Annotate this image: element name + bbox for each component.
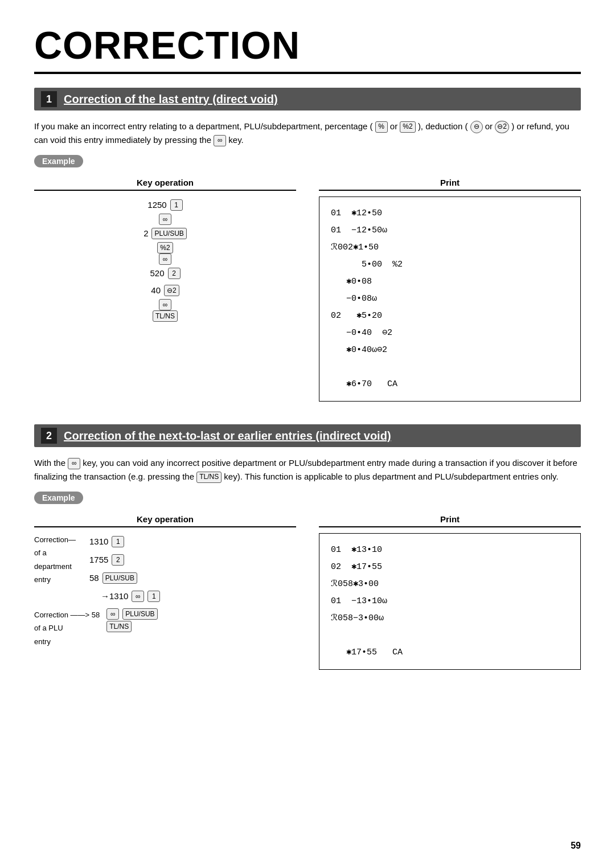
key-pct2: %2 xyxy=(157,242,173,253)
section1-header: 1 Correction of the last entry (direct v… xyxy=(34,88,581,110)
key-inf-1: ∞ xyxy=(159,214,171,225)
s2-key-2: 2 xyxy=(112,554,124,566)
key-row-7: 40 ⊖2 xyxy=(151,282,179,299)
key-row-1: 1250 1 xyxy=(147,196,182,214)
minus-key: ⊖ xyxy=(470,121,483,133)
section1-keyop: Key operation 1250 1 ∞ 2 PLU/SUB % xyxy=(34,178,296,402)
section1-print-box: 01 ✱12•50 01 −12•50ω ℛ002✱1•50 5•00 %2 ✱… xyxy=(319,196,581,402)
section1-title: Correction of the last entry (direct voi… xyxy=(64,93,278,106)
key-1: 1 xyxy=(170,199,183,211)
print-line: 02 ✱5•20 xyxy=(331,308,569,325)
key-row-6: 520 2 xyxy=(150,265,180,282)
key-row-8: ∞ xyxy=(159,299,171,310)
section2-keyop-detail: Correction—of adepartmententry 1310 1 17… xyxy=(34,533,296,648)
s2-key-tlns: TL/NS xyxy=(106,621,132,632)
section1-print-header: Print xyxy=(319,178,581,191)
section1-example-area: Key operation 1250 1 ∞ 2 PLU/SUB % xyxy=(34,178,581,402)
s2-key-row-1: 1310 1 xyxy=(89,533,160,550)
key-inf-2: ∞ xyxy=(159,253,171,265)
section2-print: Print 01 ✱13•10 02 ✱17•55 ℛ058✱3•00 01 −… xyxy=(319,514,581,670)
section2-keyop: Key operation Correction—of adepartmente… xyxy=(34,514,296,670)
print-line: ✱0•08 xyxy=(331,273,569,290)
section2-title: Correction of the next-to-last or earlie… xyxy=(64,429,391,443)
key-row-4: %2 xyxy=(157,242,173,253)
section2-body: With the ∞ key, you can void any incorre… xyxy=(34,456,581,484)
pct2-key: %2 xyxy=(400,121,415,133)
minus2-key: ⊖2 xyxy=(495,121,509,133)
print-line: ✱0•40ω⊖2 xyxy=(331,342,569,359)
section2-print-box: 01 ✱13•10 02 ✱17•55 ℛ058✱3•00 01 −13•10ω… xyxy=(319,533,581,670)
print-line: −0•40 ⊖2 xyxy=(331,325,569,342)
print-line xyxy=(331,359,569,376)
section1-example-tag: Example xyxy=(34,155,83,167)
s2-key-1b: 1 xyxy=(147,591,160,602)
correction2-keys: ∞ PLU/SUB TL/NS xyxy=(106,608,157,632)
print-line: ℛ002✱1•50 xyxy=(331,239,569,256)
print-line: −0•08ω xyxy=(331,290,569,308)
s2-key-row-5: ∞ PLU/SUB xyxy=(106,608,157,620)
s2-key-row-4: →1310 ∞ 1 xyxy=(89,588,160,605)
s2-print-line: ℛ058✱3•00 xyxy=(331,576,569,593)
section1-print: Print 01 ✱12•50 01 −12•50ω ℛ002✱1•50 5•0… xyxy=(319,178,581,402)
inf-key: ∞ xyxy=(214,135,226,146)
s2-print-line: 01 ✱13•10 xyxy=(331,542,569,559)
page-title: CORRECTION xyxy=(34,23,581,74)
key-2: 2 xyxy=(168,268,181,279)
sec2-inf-key: ∞ xyxy=(68,458,80,469)
key-row-9: TL/NS xyxy=(153,310,178,322)
key-tlns-1: TL/NS xyxy=(153,310,178,322)
section2-example-area: Key operation Correction—of adepartmente… xyxy=(34,514,581,670)
correction1-keys: 1310 1 1755 2 58 PLU/SUB →1310 xyxy=(89,533,160,605)
s2-key-plusub: PLU/SUB xyxy=(102,572,137,584)
sec2-tlns-key: TL/NS xyxy=(196,472,222,483)
page-number: 59 xyxy=(571,841,581,851)
section2-header: 2 Correction of the next-to-last or earl… xyxy=(34,424,581,447)
s2-key-row-6: TL/NS xyxy=(106,621,157,632)
s2-print-line xyxy=(331,627,569,644)
section1-number: 1 xyxy=(41,91,57,107)
s2-key-inf: ∞ xyxy=(132,591,144,602)
print-line: 01 ✱12•50 xyxy=(331,205,569,222)
print-line: ✱6•70 CA xyxy=(331,376,569,393)
key-inf-3: ∞ xyxy=(159,299,171,310)
s2-key-plusub-2: PLU/SUB xyxy=(122,608,157,620)
key-plusub-1: PLU/SUB xyxy=(151,228,186,239)
key-row-5: ∞ xyxy=(159,253,171,265)
s2-key-row-2: 1755 2 xyxy=(89,551,160,568)
section1-keyop-lines: 1250 1 ∞ 2 PLU/SUB %2 ∞ xyxy=(34,196,296,322)
s2-key-row-3: 58 PLU/SUB xyxy=(89,570,160,587)
section1: 1 Correction of the last entry (direct v… xyxy=(34,88,581,402)
section1-keyop-header: Key operation xyxy=(34,178,296,191)
print-line: 5•00 %2 xyxy=(331,256,569,273)
correction2-label: Correction ——> 58of a PLUentry xyxy=(34,608,100,648)
print-line: 01 −12•50ω xyxy=(331,222,569,239)
key-minus2: ⊖2 xyxy=(164,285,179,296)
section1-body: If you make an incorrect entry relating … xyxy=(34,120,581,147)
s2-print-line: ℛ058−3•00ω xyxy=(331,610,569,627)
section2-print-header: Print xyxy=(319,514,581,527)
correction1-label: Correction—of adepartmententry xyxy=(34,533,83,587)
s2-key-1: 1 xyxy=(112,536,124,547)
s2-print-line: ✱17•55 CA xyxy=(331,644,569,661)
s2-key-inf-2: ∞ xyxy=(106,608,119,620)
pct-key: % xyxy=(375,121,388,133)
s2-print-line: 01 −13•10ω xyxy=(331,593,569,610)
section2-keyop-header: Key operation xyxy=(34,514,296,527)
key-row-2: ∞ xyxy=(159,214,171,225)
section2: 2 Correction of the next-to-last or earl… xyxy=(34,424,581,670)
key-row-3: 2 PLU/SUB xyxy=(144,225,187,242)
section2-number: 2 xyxy=(41,428,57,444)
s2-print-line: 02 ✱17•55 xyxy=(331,559,569,576)
section2-example-tag: Example xyxy=(34,492,83,504)
